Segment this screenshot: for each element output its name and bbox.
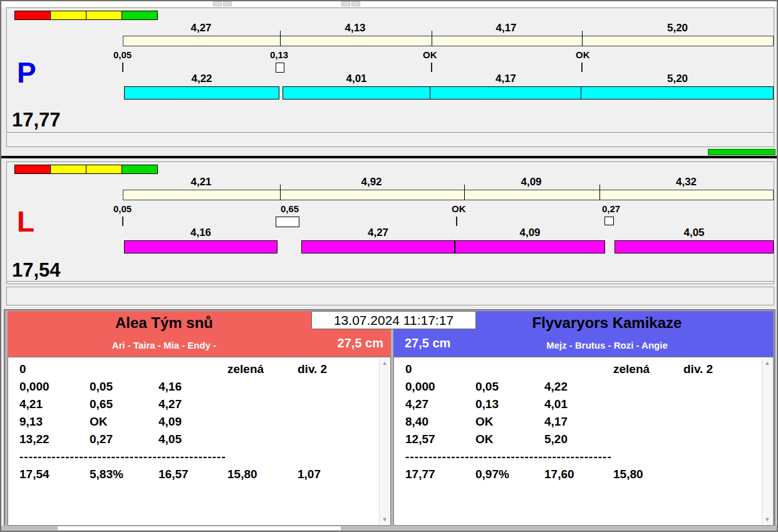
run-time-label: 5,20 [581,73,774,85]
timing-app-window: 4,27 4,13 4,17 5,20 0,05 0,13 OK OK 4,22… [0,0,778,532]
run-time-label: 4,05 [615,227,774,239]
table-row: 0,000 0,05 4,16 [8,380,378,397]
split-scale-bar [123,36,774,46]
top-mark [213,1,222,6]
table-area: 0 zelená div. 2 0,000 0,05 4,16 4,21 0,6… [8,362,378,485]
scale-divider [599,185,600,200]
cumulative-cell: 12,57 [405,432,435,446]
run-bar-segment [615,240,774,253]
team-name: Alea Tým snů [8,314,321,332]
color-label-cell: zelená [227,362,264,376]
team-results-table: 0 zelená div. 2 0,000 0,05 4,22 4,27 0,1… [393,357,774,526]
split-cell: 4,27 [158,397,182,411]
lane-panel-l: 4,21 4,92 4,09 4,32 0,05 0,65 OK 0,27 4,… [6,161,774,284]
lane-footer [7,281,774,284]
reference-time-cell: 15,80 [613,468,643,481]
split-cell: 4,01 [544,397,568,411]
difference-cell: 1,07 [298,468,321,481]
table-row: 13,22 0,27 4,05 [8,432,378,450]
status-light-green [122,11,158,20]
top-mark [223,1,232,6]
table-summary-row: 17,54 5,83% 16,57 15,80 1,07 [8,468,378,485]
team-results-table: 0 zelená div. 2 0,000 0,05 4,16 4,21 0,6… [8,357,391,526]
split-cell: 4,09 [158,415,182,429]
scroll-down-icon[interactable]: ▼ [762,516,772,523]
table-row: 4,21 0,65 4,27 [8,397,378,415]
scroll-down-icon[interactable]: ▼ [380,516,390,523]
change-tick [431,63,432,72]
cumulative-cell: 9,13 [19,415,43,429]
change-cell: 0,13 [475,397,499,411]
net-time-cell: 17,60 [544,468,574,481]
change-status-label: OK [423,49,437,60]
run-time-label: 4,09 [455,227,605,239]
net-time-cell: 16,57 [158,468,189,481]
top-mark [351,1,360,6]
table-area: 0 zelená div. 2 0,000 0,05 4,22 4,27 0,1… [394,362,761,485]
change-time-label: 0,05 [113,49,132,60]
scale-divider [280,31,281,46]
table-divider-row: ----------------------------------------… [394,450,761,468]
table-row: 4,27 0,13 4,01 [394,397,761,415]
percent-cell: 0,97% [475,468,509,481]
division-cell: div. 2 [683,362,713,376]
change-tick [122,63,123,72]
lane-total-time: 17,54 [12,260,61,280]
status-light-strip [14,165,157,174]
change-cell: 0,05 [90,380,113,394]
total-time-cell: 17,77 [405,468,435,481]
percent-cell: 5,83% [90,468,123,481]
split-cell: 4,17 [544,415,568,429]
teams-section: 13.07.2024 11:17:17 Alea Tým snů Ari - T… [4,309,775,528]
cumulative-cell: 4,27 [405,397,428,411]
table-scrollbar[interactable]: ▲ ▼ [762,358,772,524]
status-light-strip [14,11,157,20]
fault-box [276,217,299,227]
status-light-green [122,165,158,174]
split-time-label: 4,32 [599,176,774,188]
lane-divider [1,156,777,158]
change-tick [581,63,583,72]
fault-box [604,217,614,225]
table-row: 0,000 0,05 4,22 [394,380,761,397]
run-number-cell: 0 [405,362,412,376]
run-bar-segment [124,240,277,253]
split-time-label: 4,13 [279,22,431,34]
team-members: Mejz - Brutus - Rozi - Angie [456,340,758,350]
run-time-label: 4,16 [124,227,277,239]
split-time-label: 4,27 [123,22,279,34]
table-row: 12,57 OK 5,20 [394,432,761,450]
change-cell: OK [90,415,108,429]
lane-letter: P [17,58,36,87]
run-bar-segment [430,86,581,100]
scale-divider [280,185,281,200]
split-cell: 4,16 [158,380,182,394]
run-time-label: 4,27 [301,227,455,239]
green-progress-indicator [708,149,775,155]
cumulative-cell: 8,40 [405,415,428,429]
cumulative-cell: 0,000 [405,380,435,394]
table-row: 8,40 OK 4,17 [394,415,761,432]
scroll-up-icon[interactable]: ▲ [762,360,772,366]
fault-box [276,63,284,73]
window-top-strip [1,1,777,7]
run-time-label: 4,22 [124,73,279,85]
lane-panel-p: 4,27 4,13 4,17 5,20 0,05 0,13 OK OK 4,22… [6,8,774,147]
status-light-yellow-2 [86,11,122,20]
run-bar-segment [301,240,455,253]
table-header-row: 0 zelená div. 2 [8,362,378,380]
split-cell: 4,05 [158,432,182,446]
size-category: 27,5 cm [405,336,450,350]
cumulative-cell: 0,000 [19,380,49,394]
size-category: 27,5 cm [338,336,383,350]
cumulative-cell: 13,22 [19,432,49,446]
table-row: 9,13 OK 4,09 [8,415,378,432]
table-scrollbar[interactable]: ▲ ▼ [379,358,390,524]
table-header-row: 0 zelená div. 2 [394,362,761,380]
change-time-label: 0,27 [602,203,620,214]
split-time-label: 4,17 [431,22,581,34]
top-mark [341,1,350,6]
scroll-up-icon[interactable]: ▲ [380,360,390,366]
run-bar-segment [124,86,279,100]
lane-letter: L [17,207,34,236]
